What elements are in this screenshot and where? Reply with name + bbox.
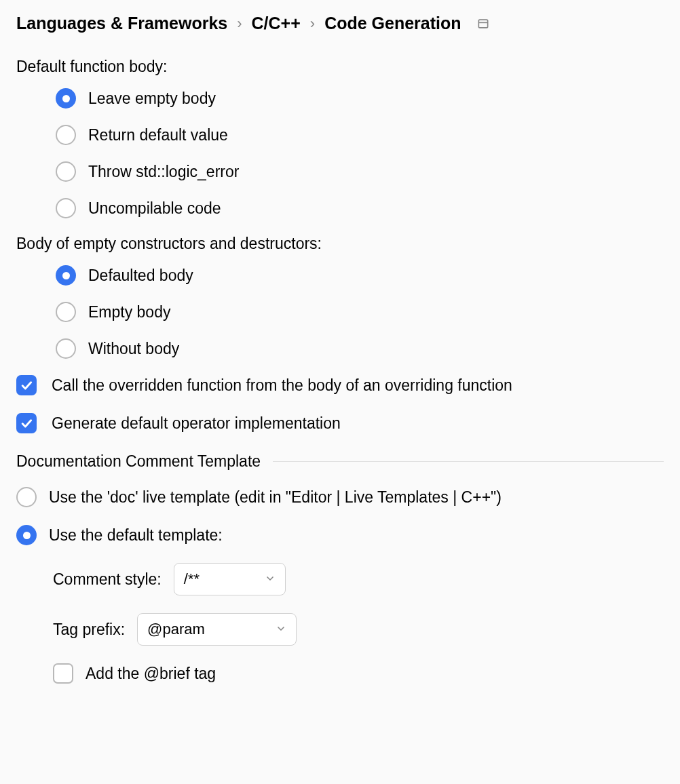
radio-icon: [56, 198, 76, 218]
checkbox-generate-default-operator[interactable]: Generate default operator implementation: [16, 413, 664, 433]
checkbox-icon: [53, 663, 73, 684]
section-header-text: Documentation Comment Template: [16, 452, 261, 471]
radio-label: Without body: [88, 340, 179, 358]
default-function-body-label: Default function body:: [16, 58, 664, 76]
chevron-down-icon: [276, 621, 286, 638]
radio-label: Use the default template:: [49, 526, 223, 545]
radio-use-default-template[interactable]: Use the default template:: [16, 525, 664, 545]
comment-style-label: Comment style:: [53, 570, 162, 589]
radio-icon: [56, 125, 76, 145]
radio-icon: [56, 88, 76, 109]
radio-leave-empty-body[interactable]: Leave empty body: [56, 88, 664, 109]
radio-label: Throw std::logic_error: [88, 163, 239, 181]
checkbox-label: Generate default operator implementation: [52, 414, 341, 433]
radio-empty-body[interactable]: Empty body: [56, 302, 664, 322]
radio-label: Use the 'doc' live template (edit in "Ed…: [49, 488, 502, 507]
radio-label: Defaulted body: [88, 267, 193, 285]
divider: [273, 461, 664, 462]
tag-prefix-label: Tag prefix:: [53, 621, 125, 639]
chevron-right-icon: ›: [237, 15, 242, 33]
radio-icon: [56, 338, 76, 359]
checkbox-add-brief-tag[interactable]: Add the @brief tag: [53, 663, 664, 684]
comment-style-row: Comment style: /**: [53, 563, 664, 595]
breadcrumb-item-2[interactable]: C/C++: [252, 14, 301, 33]
radio-label: Empty body: [88, 303, 170, 321]
radio-icon: [56, 302, 76, 322]
chevron-right-icon: ›: [310, 15, 315, 33]
comment-style-combo[interactable]: /**: [174, 563, 286, 595]
checkbox-icon: [16, 413, 37, 433]
radio-label: Return default value: [88, 126, 228, 144]
radio-icon: [16, 525, 37, 545]
radio-throw-logic-error[interactable]: Throw std::logic_error: [56, 161, 664, 182]
combo-value: /**: [184, 570, 200, 588]
radio-icon: [16, 487, 37, 507]
radio-without-body[interactable]: Without body: [56, 338, 664, 359]
default-function-body-group: Leave empty body Return default value Th…: [56, 88, 664, 218]
checkbox-label: Call the overridden function from the bo…: [52, 376, 512, 395]
tag-prefix-row: Tag prefix: @param: [53, 613, 664, 646]
checkbox-label: Add the @brief tag: [86, 665, 216, 683]
constructor-body-group: Defaulted body Empty body Without body: [56, 265, 664, 359]
radio-icon: [56, 265, 76, 286]
checkbox-icon: [16, 375, 37, 395]
radio-icon: [56, 161, 76, 182]
radio-label: Leave empty body: [88, 90, 216, 108]
default-template-sub-options: Comment style: /** Tag prefix: @param Ad…: [53, 563, 664, 684]
combo-value: @param: [147, 621, 205, 638]
radio-label: Uncompilable code: [88, 199, 221, 218]
svg-rect-0: [478, 20, 487, 28]
window-icon[interactable]: [475, 16, 491, 32]
radio-defaulted-body[interactable]: Defaulted body: [56, 265, 664, 286]
breadcrumb: Languages & Frameworks › C/C++ › Code Ge…: [16, 14, 664, 33]
checkbox-call-overridden[interactable]: Call the overridden function from the bo…: [16, 375, 664, 395]
radio-use-live-template[interactable]: Use the 'doc' live template (edit in "Ed…: [16, 487, 664, 507]
breadcrumb-item-3[interactable]: Code Generation: [324, 14, 461, 33]
breadcrumb-item-1[interactable]: Languages & Frameworks: [16, 14, 227, 33]
tag-prefix-combo[interactable]: @param: [137, 613, 297, 646]
radio-return-default-value[interactable]: Return default value: [56, 125, 664, 145]
radio-uncompilable-code[interactable]: Uncompilable code: [56, 198, 664, 218]
constructor-body-label: Body of empty constructors and destructo…: [16, 235, 664, 253]
chevron-down-icon: [265, 570, 276, 588]
doc-template-header: Documentation Comment Template: [16, 452, 664, 471]
